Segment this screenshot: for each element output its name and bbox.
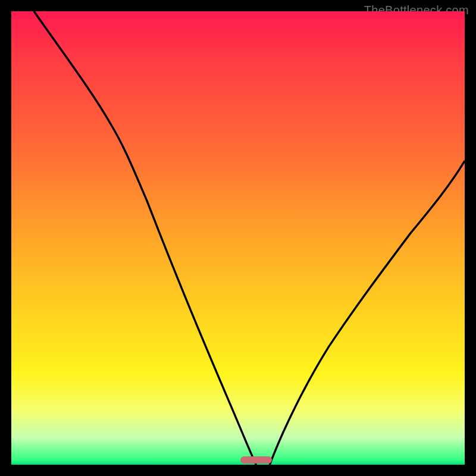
curves-svg — [11, 11, 465, 465]
curve-left — [34, 11, 256, 465]
curve-right — [270, 161, 465, 465]
bottleneck-marker — [240, 456, 272, 464]
chart-frame: TheBottleneck.com — [0, 0, 476, 476]
plot-area — [11, 11, 465, 465]
